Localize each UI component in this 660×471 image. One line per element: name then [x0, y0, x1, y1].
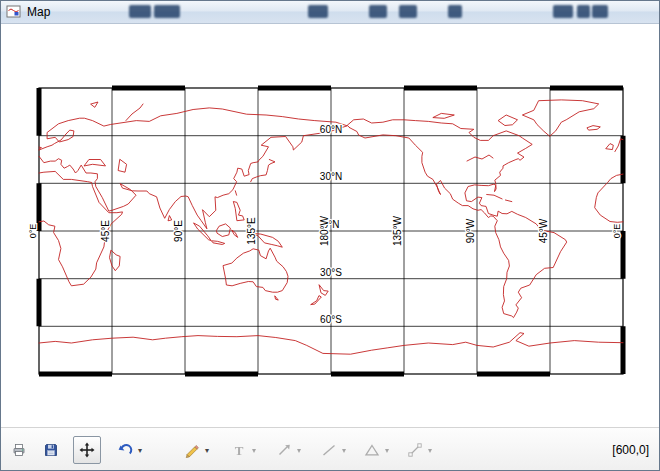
undo-dropdown[interactable]: ▾ — [138, 446, 142, 455]
svg-text:T: T — [235, 443, 244, 458]
polyline-button[interactable] — [403, 438, 427, 462]
glass-reflection — [154, 5, 180, 18]
titlebar[interactable]: Map — [1, 1, 659, 24]
close-button[interactable] — [626, 3, 656, 18]
lat-label: 30°N — [320, 171, 342, 182]
glass-reflection — [129, 5, 151, 18]
arrow-annotation-icon — [276, 442, 292, 458]
floppy-disk-icon — [43, 442, 59, 458]
lon-label: 135°W — [392, 215, 403, 246]
lon-label: 135°E — [246, 217, 257, 245]
polyline-tool-icon — [407, 442, 423, 458]
printer-icon — [11, 442, 27, 458]
text-dropdown[interactable]: ▾ — [252, 446, 256, 455]
glass-reflection — [369, 5, 387, 18]
polygon-dropdown[interactable]: ▾ — [385, 446, 389, 455]
print-button[interactable] — [7, 438, 31, 462]
glass-reflection — [577, 5, 590, 18]
window-title: Map — [27, 5, 50, 19]
pan-arrows-icon — [79, 442, 95, 458]
edge-lon-label: 0°E — [612, 224, 622, 239]
undo-arrow-icon — [117, 442, 133, 458]
lon-label: 180°W — [319, 215, 330, 246]
map-window: Map — [0, 0, 660, 471]
pencil-icon — [184, 442, 200, 458]
edge-lon-label: 0°E — [28, 224, 38, 239]
pan-button[interactable] — [73, 436, 101, 464]
draw-button[interactable] — [180, 438, 204, 462]
undo-button[interactable] — [113, 438, 137, 462]
lat-label: 60°S — [320, 314, 342, 325]
arrow-button[interactable] — [272, 438, 296, 462]
window-icon — [6, 4, 22, 20]
glass-reflection — [399, 5, 417, 18]
glass-reflection — [448, 5, 462, 18]
line-button[interactable] — [317, 438, 341, 462]
draw-dropdown[interactable]: ▾ — [205, 446, 209, 455]
glass-reflection — [308, 5, 328, 18]
polyline-dropdown[interactable]: ▾ — [428, 446, 432, 455]
triangle-shape-icon — [364, 442, 380, 458]
arrow-dropdown[interactable]: ▾ — [297, 446, 301, 455]
polygon-button[interactable] — [360, 438, 384, 462]
text-tool-icon: T — [231, 442, 247, 458]
lon-label: 90°E — [173, 220, 184, 242]
glass-reflection — [592, 5, 608, 18]
glass-reflection — [553, 5, 573, 18]
line-dropdown[interactable]: ▾ — [342, 446, 346, 455]
lon-label: 45°W — [538, 218, 549, 243]
lat-label: 60°N — [320, 124, 342, 135]
map-canvas[interactable]: 60°N 30°N 0°N 30°S 60°S 45°E 90°E 135°E … — [1, 24, 659, 427]
coordinate-readout: [600,0] — [612, 443, 649, 457]
lat-label: 30°S — [320, 267, 342, 278]
save-button[interactable] — [39, 438, 63, 462]
bottom-toolbar: ▾ ▾ T ▾ — [1, 427, 659, 471]
lon-label: 90°W — [465, 218, 476, 243]
lon-label: 45°E — [100, 220, 111, 242]
text-button[interactable]: T — [227, 438, 251, 462]
line-tool-icon — [321, 442, 337, 458]
